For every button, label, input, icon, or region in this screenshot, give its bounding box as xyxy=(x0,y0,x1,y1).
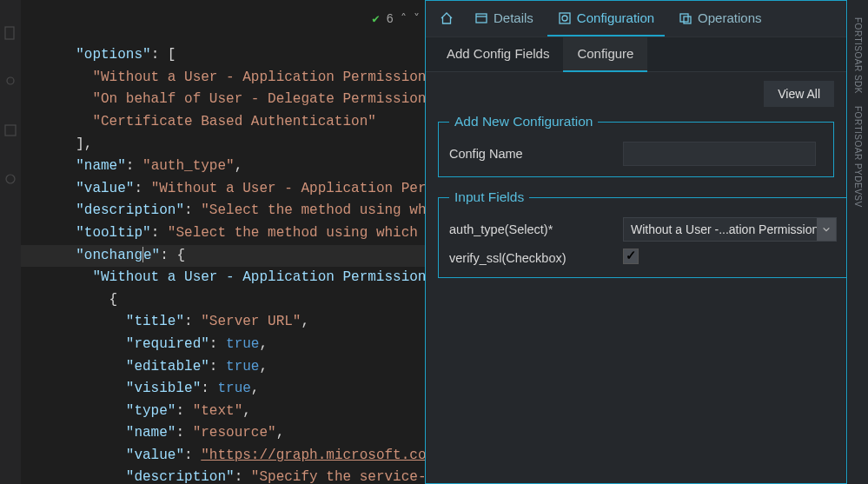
nav-home[interactable] xyxy=(433,2,461,36)
panel-body: View All Add New Configuration Config Na… xyxy=(426,72,846,483)
code-line[interactable]: "required": true, xyxy=(21,334,425,356)
code-line[interactable]: "name": "resource", xyxy=(21,422,425,445)
config-name-label: Config Name xyxy=(449,147,614,161)
code-line[interactable]: "Without a User - Application Permission… xyxy=(21,67,425,90)
code-line[interactable]: "options": [ xyxy=(21,44,425,67)
code-editor[interactable]: "options": [ "Without a User - Applicati… xyxy=(21,0,425,484)
subtab-configure[interactable]: Configure xyxy=(563,37,647,72)
right-gutter-label-2[interactable]: FORTISOAR PYDEVSV xyxy=(853,106,863,208)
auth-type-select[interactable]: Without a User -...ation Permission xyxy=(623,217,837,242)
code-line[interactable]: "description": "Specify the service-ba xyxy=(21,467,425,484)
nav-configuration-label: Configuration xyxy=(577,10,654,25)
code-line[interactable]: "type": "text", xyxy=(21,401,425,423)
add-new-configuration-box: Add New Configuration Config Name xyxy=(438,114,834,177)
code-line[interactable]: "Certificate Based Authentication" xyxy=(21,111,425,134)
nav-details[interactable]: Details xyxy=(464,2,544,36)
panel-subtabs: Add Config Fields Configure xyxy=(426,37,846,72)
field-row-verify-ssl: verify_ssl(Checkbox) xyxy=(449,249,837,267)
nav-operations-label: Operations xyxy=(698,10,761,25)
code-line[interactable]: ], xyxy=(21,134,425,156)
code-line[interactable]: "Without a User - Application Permission… xyxy=(21,267,425,289)
verify-ssl-checkbox[interactable] xyxy=(623,249,639,264)
panel-nav: Details Configuration Operations xyxy=(426,1,846,37)
home-icon xyxy=(440,11,454,25)
svg-rect-7 xyxy=(560,13,570,23)
configuration-icon xyxy=(558,11,572,25)
code-line[interactable]: "tooltip": "Select the method using whic… xyxy=(21,222,425,245)
code-line[interactable]: "title": "Server URL", xyxy=(21,311,425,334)
svg-rect-4 xyxy=(476,14,487,23)
details-icon xyxy=(474,11,488,25)
code-line[interactable]: "description": "Select the method using … xyxy=(21,200,425,222)
left-activity-bar xyxy=(0,0,21,484)
svg-rect-9 xyxy=(684,17,691,23)
svg-point-6 xyxy=(562,16,567,21)
right-side-bar: FORTISOAR SDK FORTISOAR PYDEVSV xyxy=(847,0,868,484)
code-line[interactable]: "onchange": { xyxy=(21,245,425,268)
operations-icon xyxy=(679,11,692,25)
svg-point-1 xyxy=(7,77,14,84)
code-line[interactable]: "value": "https://graph.microsoft.com" xyxy=(21,445,425,467)
code-line[interactable]: "On behalf of User - Delegate Permission… xyxy=(21,89,425,111)
config-panel: Details Configuration Operations Add Con… xyxy=(425,0,847,484)
chevron-down-icon[interactable]: ˅ xyxy=(414,9,420,31)
code-line[interactable]: "visible": true, xyxy=(21,378,425,401)
field-row-auth-type: auth_type(Select)* Without a User -...at… xyxy=(449,217,837,242)
input-fields-box: Input Fields auth_type(Select)* Without … xyxy=(438,189,846,278)
editor-hint-badge[interactable]: ✔ 6 ˄ ˅ xyxy=(372,9,420,31)
verify-ssl-label: verify_ssl(Checkbox) xyxy=(449,251,614,265)
view-all-button[interactable]: View All xyxy=(764,81,834,107)
circle-icon xyxy=(3,172,17,186)
box-icon xyxy=(3,123,17,137)
add-new-configuration-legend: Add New Configuration xyxy=(449,114,598,129)
chevron-up-icon[interactable]: ˄ xyxy=(401,9,407,31)
code-line[interactable]: "value": "Without a User - Application P… xyxy=(21,178,425,201)
code-line[interactable]: "editable": true, xyxy=(21,356,425,379)
code-line[interactable]: "name": "auth_type", xyxy=(21,156,425,178)
file-icon xyxy=(3,26,17,40)
subtab-add-config-fields[interactable]: Add Config Fields xyxy=(433,37,563,72)
chevron-down-icon xyxy=(817,218,836,241)
svg-point-3 xyxy=(6,175,15,183)
check-icon: ✔ xyxy=(372,9,379,31)
auth-type-select-value: Without a User -...ation Permission xyxy=(631,222,818,236)
svg-rect-2 xyxy=(5,125,16,136)
auth-type-label: auth_type(Select)* xyxy=(449,222,614,236)
nav-configuration[interactable]: Configuration xyxy=(547,2,665,36)
subtab-configure-label: Configure xyxy=(577,46,633,61)
input-fields-legend: Input Fields xyxy=(449,189,529,205)
hint-count: 6 xyxy=(387,9,394,31)
svg-rect-0 xyxy=(5,27,14,39)
code-line[interactable]: { xyxy=(21,289,425,312)
nav-details-label: Details xyxy=(494,10,533,25)
light-icon xyxy=(3,75,17,89)
config-name-input[interactable] xyxy=(623,142,816,166)
right-gutter-label-1[interactable]: FORTISOAR SDK xyxy=(853,17,863,94)
subtab-add-config-fields-label: Add Config Fields xyxy=(447,46,549,61)
nav-operations[interactable]: Operations xyxy=(668,2,772,36)
